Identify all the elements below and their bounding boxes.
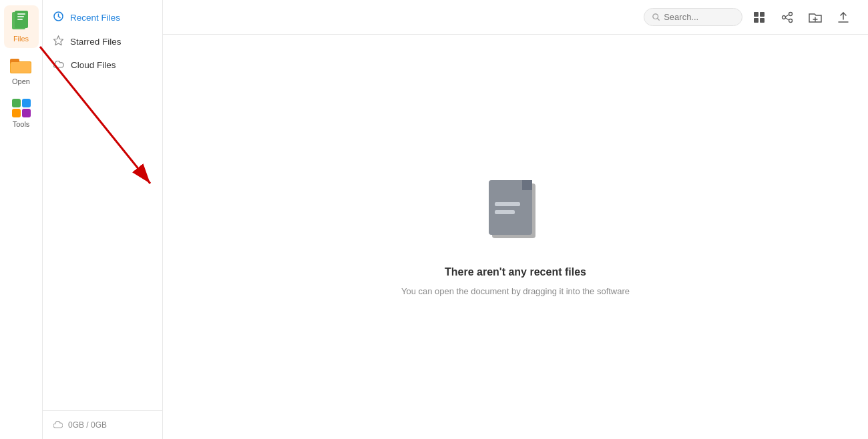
search-icon bbox=[652, 13, 660, 21]
svg-rect-16 bbox=[754, 12, 758, 17]
svg-marker-13 bbox=[54, 36, 63, 45]
upload-button[interactable] bbox=[832, 6, 855, 29]
svg-rect-6 bbox=[17, 19, 23, 20]
cloud-files-label: Cloud Files bbox=[71, 60, 116, 70]
nav-item-open[interactable]: Open bbox=[4, 51, 39, 91]
cloud-icon bbox=[53, 59, 64, 71]
svg-line-24 bbox=[786, 18, 789, 20]
nav-label-tools: Tools bbox=[13, 120, 30, 128]
share-icon bbox=[781, 11, 793, 23]
icon-nav: Files Open Tools bbox=[0, 0, 43, 439]
tools-icon bbox=[12, 99, 31, 117]
toolbar bbox=[163, 0, 868, 35]
share-button[interactable] bbox=[776, 6, 799, 29]
files-icon bbox=[12, 11, 31, 32]
empty-state: There aren't any recent files You can op… bbox=[163, 35, 868, 439]
storage-cloud-icon bbox=[53, 421, 63, 429]
nav-cloud-files[interactable]: Cloud Files bbox=[43, 53, 162, 77]
storage-label: 0GB / 0GB bbox=[68, 420, 107, 430]
clock-icon bbox=[53, 11, 63, 23]
empty-state-subtitle: You can open the document by dragging it… bbox=[401, 286, 630, 296]
empty-state-icon bbox=[485, 178, 546, 248]
svg-rect-4 bbox=[17, 13, 25, 15]
open-icon bbox=[10, 56, 33, 75]
search-box[interactable] bbox=[644, 8, 742, 26]
upload-icon bbox=[837, 11, 849, 23]
svg-rect-19 bbox=[760, 18, 765, 23]
starred-files-label: Starred Files bbox=[70, 37, 122, 47]
nav-item-tools[interactable]: Tools bbox=[4, 93, 39, 133]
empty-state-title: There aren't any recent files bbox=[445, 266, 586, 278]
grid-view-icon bbox=[753, 11, 765, 23]
svg-rect-31 bbox=[522, 180, 532, 190]
nav-item-files[interactable]: Files bbox=[4, 5, 39, 48]
star-icon bbox=[53, 35, 63, 47]
nav-label-files: Files bbox=[13, 35, 29, 43]
svg-point-22 bbox=[789, 19, 793, 22]
storage-info: 0GB / 0GB bbox=[43, 410, 162, 439]
grid-view-button[interactable] bbox=[748, 6, 771, 29]
svg-line-23 bbox=[786, 15, 789, 17]
add-folder-icon bbox=[809, 11, 822, 23]
svg-line-12 bbox=[59, 17, 61, 18]
nav-starred-files[interactable]: Starred Files bbox=[43, 29, 162, 53]
recent-files-label: Recent Files bbox=[70, 13, 120, 23]
svg-point-21 bbox=[783, 15, 786, 19]
svg-rect-32 bbox=[495, 202, 520, 206]
secondary-nav: Recent Files Starred Files Cloud Files 0… bbox=[43, 0, 163, 439]
svg-rect-9 bbox=[11, 62, 31, 73]
add-folder-button[interactable] bbox=[804, 6, 827, 29]
svg-rect-17 bbox=[760, 12, 765, 17]
nav-label-open: Open bbox=[12, 77, 30, 85]
nav-recent-files[interactable]: Recent Files bbox=[43, 5, 162, 29]
search-input[interactable] bbox=[664, 12, 734, 22]
svg-rect-5 bbox=[17, 16, 24, 17]
svg-point-20 bbox=[789, 12, 793, 15]
secondary-nav-items: Recent Files Starred Files Cloud Files bbox=[43, 0, 162, 410]
svg-rect-18 bbox=[754, 18, 758, 23]
svg-line-15 bbox=[658, 19, 660, 21]
main-content: There aren't any recent files You can op… bbox=[163, 0, 868, 439]
svg-rect-33 bbox=[495, 210, 515, 214]
